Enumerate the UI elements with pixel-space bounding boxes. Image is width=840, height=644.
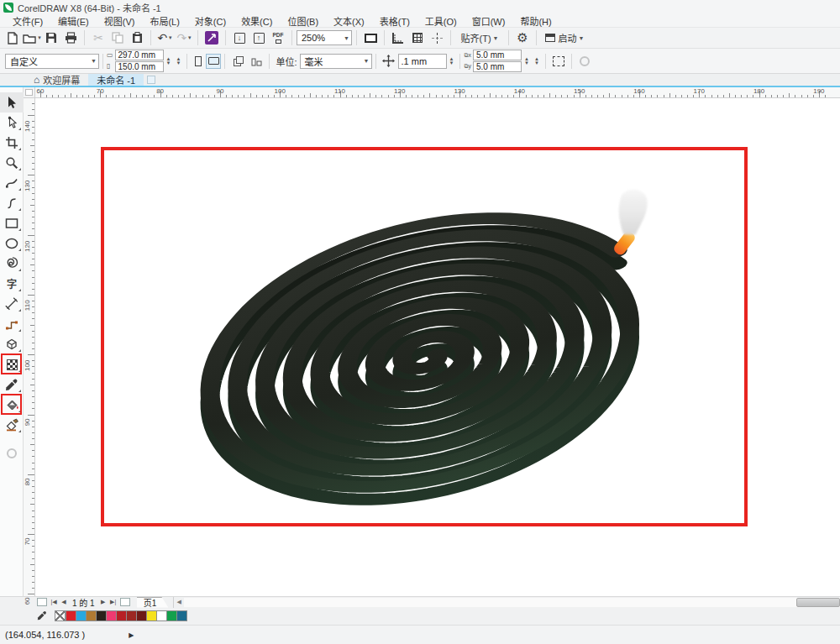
zoom-tool[interactable] (0, 153, 24, 173)
menu-item-9[interactable]: 工具(O) (417, 14, 465, 28)
ruler-tick (172, 95, 173, 97)
previous-page-button[interactable]: ◀ (59, 597, 69, 607)
new-tab-button[interactable] (147, 76, 155, 84)
color-swatch-11[interactable] (176, 610, 187, 621)
page-options-button[interactable] (37, 598, 47, 606)
scroll-left-icon[interactable]: ◀ (174, 599, 184, 605)
all-pages-button[interactable] (228, 52, 247, 71)
ruler-corner[interactable] (24, 87, 35, 98)
palette-eyedropper-icon[interactable] (37, 610, 47, 622)
search-content-button[interactable] (202, 29, 221, 47)
horizontal-ruler[interactable]: 60708090100110120130140150160170180190 (35, 87, 840, 98)
ruler-tick (32, 373, 34, 374)
page-width-field[interactable]: 297.0 mm (115, 50, 164, 60)
launch-button[interactable]: 启动▼ (541, 29, 588, 47)
fullscreen-preview-button[interactable] (361, 29, 380, 47)
export-button[interactable]: ↑ (249, 29, 268, 47)
snap-to-button[interactable]: 贴齐(T)▼ (455, 29, 504, 47)
ruler-tick (585, 95, 586, 97)
crop-tool[interactable] (0, 133, 24, 153)
portrait-button[interactable] (191, 54, 206, 69)
first-page-button[interactable]: |◀ (49, 597, 59, 607)
canvas[interactable] (35, 98, 840, 596)
duplicate-stepper[interactable]: ▲▼ (522, 57, 531, 65)
outline-position-button[interactable] (575, 52, 594, 71)
ruler-tick (32, 438, 34, 439)
landscape-button[interactable] (206, 54, 221, 69)
window-title: CorelDRAW X8 (64-Bit) - 未命名 -1 (18, 1, 161, 14)
open-dropdown-icon[interactable]: ▾ (38, 34, 41, 41)
open-button[interactable]: ▾ (23, 29, 41, 47)
import-button[interactable]: ↓ (230, 29, 249, 47)
rectangle-tool[interactable] (0, 213, 24, 233)
freehand-tool[interactable] (0, 173, 24, 193)
nudge-stepper[interactable]: ▲▼ (448, 57, 456, 65)
redo-button[interactable]: ↷▾ (175, 29, 193, 47)
copy-button[interactable] (108, 29, 127, 47)
menu-item-1[interactable]: 编辑(E) (50, 14, 97, 28)
shape-tool[interactable] (0, 113, 24, 133)
connector-tool[interactable] (0, 314, 24, 334)
hscroll-thumb[interactable] (796, 598, 840, 607)
menu-item-8[interactable]: 表格(T) (372, 14, 417, 28)
menu-item-4[interactable]: 对象(C) (187, 14, 234, 28)
status-expand-arrow[interactable]: ▶ (129, 631, 134, 639)
page-preset-select[interactable]: 自定义▼ (5, 54, 99, 69)
menu-item-2[interactable]: 视图(V) (97, 14, 143, 28)
show-guidelines-button[interactable] (428, 29, 446, 47)
horizontal-scrollbar[interactable]: ◀ (173, 597, 840, 608)
cut-button[interactable]: ✂ (89, 29, 108, 47)
new-document-button[interactable] (3, 29, 22, 47)
menu-item-6[interactable]: 位图(B) (280, 14, 326, 28)
menu-item-11[interactable]: 帮助(H) (512, 14, 559, 28)
show-rulers-button[interactable] (389, 29, 407, 47)
document-tab-untitled[interactable]: 未命名 -1 (88, 74, 144, 86)
options-button[interactable]: ⚙ (513, 29, 532, 47)
no-color-swatch[interactable] (55, 610, 66, 621)
undo-button[interactable]: ↶▾ (155, 29, 174, 47)
ruler-tick (82, 95, 83, 97)
ellipse-tool[interactable] (0, 233, 24, 254)
duplicate-stepper2[interactable]: ▲▼ (533, 57, 541, 65)
ruler-tick (471, 95, 472, 97)
ruler-tick (32, 228, 34, 229)
menu-item-10[interactable]: 窗口(W) (465, 14, 513, 28)
ruler-tick (32, 331, 34, 332)
last-page-button[interactable]: ▶| (108, 597, 118, 607)
dimension-tool[interactable] (0, 294, 24, 314)
color-eyedropper-tool[interactable] (0, 374, 24, 395)
text-tool[interactable]: 字 (0, 274, 24, 294)
nudge-field[interactable]: .1 mm (398, 54, 447, 69)
page-size-stepper2[interactable]: ▲▼ (175, 57, 183, 65)
ruler-tick (765, 95, 766, 97)
outline-tool[interactable] (0, 443, 24, 463)
smart-fill-tool[interactable] (0, 415, 24, 435)
pick-tool[interactable] (0, 92, 24, 113)
show-grid-button[interactable] (408, 29, 427, 47)
page-height-field[interactable]: 150.0 mm (115, 61, 164, 72)
bspline-tool[interactable] (0, 193, 24, 213)
menu-item-3[interactable]: 布局(L) (142, 14, 186, 28)
polygon-spiral-tool[interactable] (0, 254, 24, 274)
save-button[interactable] (42, 29, 60, 47)
units-select[interactable]: 毫米▼ (300, 54, 372, 69)
print-button[interactable] (61, 29, 80, 47)
menu-item-7[interactable]: 文本(X) (326, 14, 372, 28)
drop-shadow-tool[interactable] (0, 334, 24, 354)
duplicate-y-field[interactable]: 5.0 mm (473, 61, 522, 72)
ruler-tick (32, 139, 34, 140)
page-size-stepper[interactable]: ▲▼ (165, 57, 173, 65)
add-page-button[interactable] (120, 598, 130, 606)
page-tab[interactable]: 页1 (137, 597, 169, 608)
next-page-button[interactable]: ▶ (98, 597, 108, 607)
treat-as-filled-button[interactable] (549, 52, 568, 71)
publish-pdf-button[interactable]: PDF (269, 29, 287, 47)
menu-item-5[interactable]: 效果(C) (234, 14, 280, 28)
duplicate-x-field[interactable]: 5.0 mm (473, 50, 522, 60)
vertical-ruler[interactable]: 14013012011010090807060 (24, 98, 35, 596)
paste-button[interactable] (128, 29, 146, 47)
menu-item-0[interactable]: 文件(F) (5, 14, 50, 28)
welcome-tab[interactable]: ⌂ 欢迎屏幕 (25, 74, 88, 86)
current-page-button[interactable] (247, 52, 265, 71)
zoom-level-select[interactable]: 250%▼ (297, 30, 352, 45)
